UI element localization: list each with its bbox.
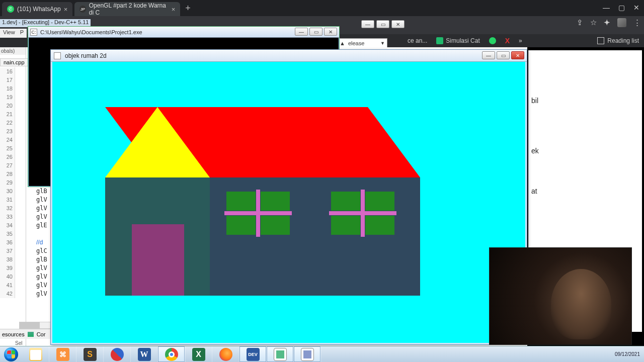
taskbar-firefox[interactable]	[212, 346, 239, 362]
taskbar-chrome[interactable]	[158, 346, 185, 362]
close-button[interactable]: ✕	[391, 20, 405, 28]
door	[132, 224, 184, 296]
app-icon	[54, 52, 61, 59]
maximize-button[interactable]: ▭	[497, 51, 510, 59]
taskbar-app2[interactable]	[294, 346, 321, 362]
site-icon: JP	[79, 6, 86, 13]
person-face	[551, 269, 611, 339]
window-controls: — ▢ ✕	[599, 0, 644, 15]
bookmark-x[interactable]: X	[505, 37, 510, 45]
minimize-button[interactable]: —	[295, 28, 308, 36]
devcpp-window-controls: — ▭ ✕	[361, 20, 405, 28]
tab-whatsapp[interactable]: ✆ (101) WhatsApp ×	[2, 2, 72, 16]
excel-icon: X	[192, 348, 205, 361]
config-dropdown[interactable]: ▲ elease ▼	[337, 38, 387, 48]
taskbar-explorer[interactable]	[22, 346, 49, 362]
share-icon[interactable]: ⇪	[577, 18, 583, 27]
taskbar-app1[interactable]	[267, 346, 294, 362]
list-icon	[597, 37, 604, 44]
close-button[interactable]: ✕	[629, 0, 644, 15]
line-gutter: 16 17 18 19 20 21 22 23 24 25 26 27 28 2…	[0, 67, 15, 298]
maximize-button[interactable]: ▢	[614, 0, 629, 15]
whatsapp-icon: ✆	[7, 6, 14, 13]
menu-p[interactable]: P	[20, 29, 24, 37]
devcpp-icon: DEV	[247, 348, 260, 361]
taskbar: ⌘ S W X DEV 09/12/2021	[0, 346, 644, 362]
minimize-button[interactable]: —	[361, 20, 374, 28]
app-icon	[274, 348, 287, 361]
console-controls: — ▭ ✕	[295, 28, 337, 36]
opengl-window[interactable]: objek rumah 2d — ▭ ✕	[50, 49, 527, 345]
exe-icon: C:	[30, 29, 37, 36]
close-button[interactable]: ✕	[324, 28, 337, 36]
extension-icon[interactable]	[617, 18, 626, 27]
webcam-overlay	[489, 247, 632, 345]
window-left	[226, 192, 290, 235]
tab-title: OpenGL #part 2 kode Warna di C	[89, 2, 169, 16]
close-icon[interactable]: ×	[172, 6, 176, 13]
app-icon	[301, 348, 314, 361]
chevron-down-icon: ▼	[380, 41, 385, 46]
bookmark-overflow[interactable]: »	[519, 37, 522, 44]
taskbar-snip[interactable]	[104, 346, 131, 362]
star-icon[interactable]: ☆	[590, 18, 597, 27]
opengl-controls: — ▭ ✕	[482, 51, 524, 59]
opengl-canvas	[52, 62, 525, 343]
firefox-icon	[219, 348, 232, 361]
minimize-button[interactable]: —	[599, 0, 614, 15]
menu-view[interactable]: View	[3, 29, 15, 37]
bookmark-whatsapp[interactable]	[489, 37, 496, 44]
taskbar-sublime[interactable]: S	[76, 346, 104, 362]
tray-date: 09/12/2021	[615, 351, 640, 357]
x-icon: X	[505, 37, 510, 45]
taskbar-devcpp[interactable]: DEV	[239, 346, 267, 362]
chrome-icon	[165, 348, 178, 361]
tab-title: (101) WhatsApp	[17, 6, 61, 13]
console-path: C:\Users\Wahyu\Documents\Project1.exe	[40, 29, 142, 35]
reading-list-button[interactable]: Reading list	[597, 37, 639, 44]
bottom-tabs[interactable]: esources Cor	[0, 329, 50, 339]
opengl-titlebar[interactable]: objek rumah 2d — ▭ ✕	[51, 50, 527, 62]
panel-header: obals)	[0, 47, 26, 55]
app-icon	[436, 37, 443, 44]
bookmark-item[interactable]: ce an...	[408, 37, 427, 44]
maximize-button[interactable]: ▭	[376, 20, 389, 28]
file-tab[interactable]: nain.cpp	[0, 58, 28, 66]
taskbar-word[interactable]: W	[131, 346, 158, 362]
taskbar-xampp[interactable]: ⌘	[49, 346, 76, 362]
explorer-icon	[29, 348, 42, 361]
tab-opengl[interactable]: JP OpenGL #part 2 kode Warna di C ×	[74, 2, 180, 16]
extensions-icon[interactable]: ✦	[604, 18, 610, 27]
resources-tab[interactable]: esources	[2, 331, 25, 337]
compiler-tab[interactable]: Cor	[37, 331, 46, 337]
minimize-button[interactable]: —	[482, 51, 495, 59]
word-icon: W	[138, 348, 151, 361]
xampp-icon: ⌘	[56, 348, 69, 361]
window-right	[331, 192, 394, 235]
new-tab-button[interactable]: +	[185, 3, 191, 14]
close-button[interactable]: ✕	[511, 51, 524, 59]
scissors-icon	[111, 348, 124, 361]
browser-tab-strip: ✆ (101) WhatsApp × JP OpenGL #part 2 kod…	[0, 0, 644, 16]
chart-icon	[28, 332, 34, 337]
whatsapp-icon	[489, 37, 496, 44]
opengl-title: objek rumah 2d	[65, 52, 107, 59]
maximize-button[interactable]: ▭	[309, 28, 323, 36]
status-sel: Sel	[15, 340, 22, 346]
close-icon[interactable]: ×	[64, 6, 68, 13]
console-titlebar[interactable]: C: C:\Users\Wahyu\Documents\Project1.exe…	[28, 27, 339, 38]
sublime-icon: S	[84, 348, 97, 361]
start-button[interactable]	[0, 346, 22, 363]
system-tray[interactable]: 09/12/2021	[611, 351, 644, 357]
taskbar-excel[interactable]: X	[185, 346, 212, 362]
roof-front	[105, 107, 210, 177]
devcpp-menubar[interactable]: View P	[0, 29, 27, 38]
bookmark-simulasi[interactable]: Simulasi Cat	[436, 37, 479, 44]
windows-logo-icon	[4, 347, 18, 361]
menu-icon[interactable]: ⋮	[633, 18, 641, 27]
